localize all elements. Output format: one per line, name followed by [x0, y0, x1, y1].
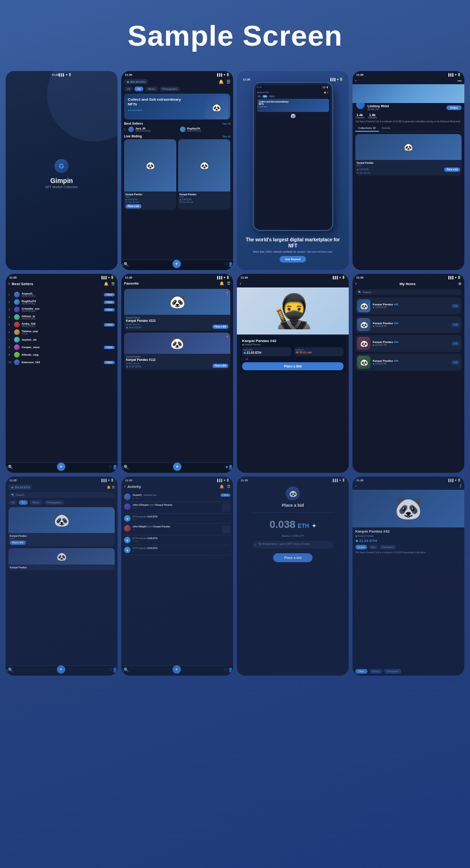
detail-bid-btn[interactable]: Offers: [355, 669, 368, 674]
edit-btn-1[interactable]: Edit: [451, 304, 460, 308]
nav-profile-activity[interactable]: 👤: [228, 668, 233, 674]
mini-filter-art[interactable]: Art: [19, 500, 28, 505]
activity-menu-icon[interactable]: ☰: [227, 485, 230, 489]
heart-icon-bid[interactable]: ♡: [242, 358, 244, 360]
hero-banner: Collect and Sell extraordinary NFTs ● Le…: [124, 94, 230, 119]
mini-nft-card-2[interactable]: 🐼 Kanpai Pandas: [8, 548, 115, 570]
my-item-3[interactable]: 🐼 Kanpai Pandas #44 ◈ 12.03 ETH Edit: [355, 335, 462, 352]
fav-image-2: 🐼 ♥: [124, 333, 230, 354]
profile-bid-btn[interactable]: Place a bid: [444, 167, 460, 172]
nav-add-bs[interactable]: +: [57, 462, 65, 471]
bid-btn-1[interactable]: Place a bid: [125, 204, 141, 208]
activity-back-icon[interactable]: ‹: [124, 484, 125, 489]
filter-photo[interactable]: Photography: [160, 87, 180, 91]
see-all-biding[interactable]: See all: [222, 135, 230, 138]
detail-back-icon[interactable]: ‹: [355, 484, 357, 488]
search-bar[interactable]: 🔍 Search...: [355, 289, 462, 295]
nav-profile-mini[interactable]: 👤: [112, 668, 118, 674]
nav-heart[interactable]: ♡: [224, 262, 228, 268]
nav-profile[interactable]: 👤: [228, 262, 233, 268]
mini-bid-btn[interactable]: Place a bid: [10, 541, 26, 545]
nft-card-1[interactable]: 🐼 Kanpai Pandas #213 ◈ 0.42 ETH 5h 12m 3…: [124, 139, 176, 210]
filter-all[interactable]: All: [124, 87, 133, 91]
follow-btn-2[interactable]: Follow: [104, 301, 115, 304]
filter-music[interactable]: Music: [145, 87, 157, 91]
nav-add-mini[interactable]: +: [57, 665, 65, 674]
nav-search-fav[interactable]: 🔍: [124, 465, 129, 471]
tab-activity[interactable]: Activity: [379, 125, 393, 132]
list-item: 10 Emerson_102 Follow: [8, 358, 115, 366]
mini-nft-card[interactable]: 🐼 Kanpai Pandas #213 Place a bid: [8, 507, 115, 546]
menu-icon[interactable]: ☰: [227, 80, 230, 84]
bs-back-icon[interactable]: ‹: [8, 281, 10, 286]
mini-nft-img: 🐼: [8, 507, 115, 533]
mini-filter-music[interactable]: Music: [30, 500, 42, 505]
my-item-1[interactable]: 🐼 Kanpai Pandas #42 ◈ 12.03 ETH Edit: [355, 297, 462, 314]
edit-btn-3[interactable]: Edit: [451, 342, 460, 346]
nft-image-1: 🐼: [124, 139, 176, 191]
fav-bell-icon[interactable]: 🔔: [219, 281, 224, 286]
nav-search-activity[interactable]: 🔍: [124, 668, 129, 674]
tab-collections[interactable]: Collections 32: [355, 125, 379, 132]
nav-heart-mini[interactable]: ♡: [109, 668, 112, 674]
nav-heart-bs[interactable]: ♡: [109, 465, 112, 471]
activity-follow-1[interactable]: Follow: [220, 494, 230, 497]
tab-bids[interactable]: Bids: [368, 545, 378, 549]
nft-card-2[interactable]: 🐼 Kanpai Pandas #112 ◈ 0.47 ETH 5h 12m 3…: [178, 139, 230, 210]
check-icon[interactable]: ✓: [254, 543, 257, 547]
filter-art[interactable]: Art: [134, 87, 143, 91]
bell-icon[interactable]: 🔔: [219, 80, 224, 84]
bid-back-icon[interactable]: ‹: [240, 281, 241, 286]
detail-desc-btn[interactable]: Description: [384, 669, 401, 674]
nav-search-mini[interactable]: 🔍: [8, 668, 13, 674]
items-back-icon[interactable]: ‹: [355, 281, 357, 286]
detail-share-icon[interactable]: ⤴: [460, 484, 462, 488]
activity-avatar-3: ◈: [124, 515, 131, 522]
mini-filter-photo[interactable]: Photography: [44, 500, 64, 505]
follow-btn[interactable]: Follow: [446, 105, 462, 110]
detail-history-btn[interactable]: History: [369, 669, 383, 674]
more-icon[interactable]: •••: [458, 79, 462, 83]
my-item-2[interactable]: 🐼 Kanpai Pandas #43 ◈ 14.03 ETH Edit: [355, 316, 462, 333]
nav-add[interactable]: +: [172, 260, 181, 268]
fav-menu-icon[interactable]: ☰: [227, 281, 230, 286]
nav-add-activity[interactable]: +: [172, 665, 181, 674]
tab-transaction[interactable]: Transaction: [379, 545, 396, 549]
fav-card-1[interactable]: 🐼 ♥ Kanpai Pandas Kanpai Pandas #213 5h …: [124, 289, 230, 331]
my-item-4[interactable]: 🐼 Kanpai Pandas #45 ◈ 14.04 ETH Edit: [355, 354, 462, 371]
profile-nft-card[interactable]: 🐼 Kanpai Pandas #213 ◈ 0.47 ETH Place a …: [355, 134, 462, 175]
activity-bell-icon[interactable]: 🔔: [219, 485, 224, 489]
bottom-nav-activity: ⌂ 🔍 + ♡ 👤: [121, 665, 233, 676]
mini-search[interactable]: 🔍 Search...: [8, 492, 115, 498]
fav-bid-btn-1[interactable]: Place a Bid: [212, 325, 228, 329]
get-started-btn[interactable]: Get Started: [280, 256, 306, 263]
place-bid-btn[interactable]: Place a Bid: [242, 362, 344, 370]
follow-btn-10[interactable]: Follow: [104, 361, 115, 364]
mini-filter-all[interactable]: All: [8, 500, 17, 505]
follow-btn-3[interactable]: Follow: [104, 308, 115, 311]
bs-bell-icon[interactable]: 🔔: [104, 282, 109, 286]
items-filter-icon[interactable]: ⚙: [458, 282, 462, 286]
edit-btn-4[interactable]: Edit: [451, 360, 460, 365]
bs-menu-icon[interactable]: ☰: [111, 282, 115, 286]
follow-btn-8[interactable]: Follow: [104, 346, 115, 349]
nav-heart-activity[interactable]: ♡: [224, 668, 228, 674]
nav-profile-fav[interactable]: 👤: [228, 465, 233, 471]
activity-avatar-2: [124, 503, 131, 510]
nav-search-bs[interactable]: 🔍: [8, 465, 13, 471]
item-image-1: 🐼: [357, 299, 370, 312]
back-icon[interactable]: ‹: [355, 79, 357, 83]
fav-bid-btn-2[interactable]: Place a Bid: [212, 364, 228, 368]
nav-profile-bs[interactable]: 👤: [112, 465, 118, 471]
edit-btn-2[interactable]: Edit: [451, 323, 460, 327]
modal-bid-btn[interactable]: Place a bid: [273, 553, 313, 562]
follow-btn-5[interactable]: Follow: [104, 323, 115, 326]
follow-btn-1[interactable]: Follow: [104, 293, 115, 296]
activity-title: Activity: [127, 485, 141, 489]
activity-nft-thumb-1: [222, 503, 230, 512]
nav-add-fav[interactable]: +: [173, 462, 181, 471]
fav-card-2[interactable]: 🐼 ♥ Kanpai Pandas Kanpai Pandas #112 5h …: [124, 333, 230, 370]
tab-details[interactable]: Details: [355, 545, 367, 549]
nav-search[interactable]: 🔍: [124, 262, 129, 268]
see-all-sellers[interactable]: See All: [222, 122, 230, 125]
